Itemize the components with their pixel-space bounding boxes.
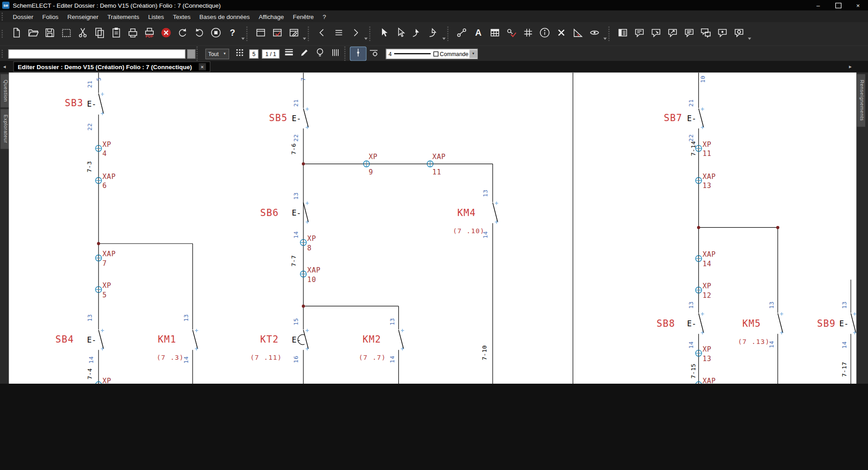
node-check-button[interactable] bbox=[503, 25, 520, 42]
selection-button[interactable] bbox=[58, 25, 75, 42]
tab-scroll-right[interactable]: ► bbox=[846, 64, 855, 69]
line-weights-button[interactable] bbox=[281, 47, 297, 60]
cut-button[interactable] bbox=[75, 25, 91, 42]
schematic-drawing[interactable]: E-E-E-E-E-E-E-E-XP4XAP6XAP7XP5XP6XAP8XP9… bbox=[9, 72, 857, 384]
paste-button[interactable] bbox=[108, 25, 125, 42]
svg-text:21: 21 bbox=[688, 99, 694, 107]
labels-layer[interactable]: SB3SB4KM1SB5SB6KT2KM2KM4SB7SB8KM5SB9KM3K… bbox=[55, 75, 848, 384]
menu-item-dossier[interactable]: Dossier bbox=[8, 11, 38, 21]
annotation-button[interactable] bbox=[631, 25, 648, 42]
toolbar-overflow-icon[interactable] bbox=[604, 38, 607, 40]
hide-eye-button[interactable] bbox=[586, 25, 603, 42]
pointer-swoosh-button[interactable] bbox=[409, 25, 425, 42]
panel-layout-button[interactable] bbox=[614, 25, 631, 42]
window-new-button[interactable] bbox=[252, 25, 269, 42]
side-tab-renseignements[interactable]: Renseignements bbox=[857, 74, 865, 127]
highlight-button[interactable] bbox=[312, 47, 327, 60]
window-edit-button[interactable] bbox=[286, 25, 302, 42]
svg-text:E-: E- bbox=[292, 335, 302, 344]
annotation-pin-button[interactable] bbox=[714, 25, 731, 42]
table-grid-button[interactable] bbox=[486, 25, 503, 42]
toolbar-overflow-icon[interactable] bbox=[364, 38, 368, 40]
svg-text:XAP: XAP bbox=[703, 173, 716, 181]
pointer-filled-button[interactable] bbox=[375, 25, 392, 42]
side-tab-explorateur[interactable]: Explorateur bbox=[0, 109, 9, 149]
svg-text:7-7: 7-7 bbox=[290, 255, 297, 266]
help-button[interactable]: ? bbox=[224, 25, 241, 42]
save-button[interactable] bbox=[42, 25, 58, 42]
maximize-button[interactable] bbox=[828, 0, 848, 10]
nav-prev-button[interactable] bbox=[314, 25, 330, 42]
menu-item-listes[interactable]: Listes bbox=[144, 11, 169, 21]
toolbar-overflow-icon[interactable] bbox=[241, 38, 245, 40]
line-style-combo[interactable]: 4 Commande ▼ bbox=[386, 48, 477, 59]
text-tool-button[interactable]: A bbox=[470, 25, 487, 42]
nav-list-button[interactable] bbox=[330, 25, 347, 42]
columns-button[interactable] bbox=[328, 47, 343, 60]
wire-settings-button[interactable] bbox=[366, 47, 381, 60]
toolbar-overflow-icon[interactable] bbox=[442, 38, 445, 40]
toolbar-main-icons: PDF?A bbox=[8, 25, 752, 42]
menu-item-renseigner[interactable]: Renseigner bbox=[63, 11, 103, 21]
menu-item-folios[interactable]: Folios bbox=[38, 11, 63, 21]
annotation-double-button[interactable] bbox=[698, 25, 714, 42]
window-edit-icon bbox=[288, 27, 299, 40]
command-list-button[interactable] bbox=[187, 49, 195, 58]
pencil-button[interactable] bbox=[297, 47, 312, 60]
stop-circle-button[interactable] bbox=[208, 25, 224, 42]
pencil-icon bbox=[299, 47, 310, 60]
side-tab-question[interactable]: Question bbox=[0, 74, 9, 108]
toolbar-edit-grip bbox=[2, 50, 5, 57]
copy-button[interactable] bbox=[91, 25, 108, 42]
new-file-button[interactable] bbox=[8, 25, 25, 42]
grid-snap-button[interactable] bbox=[232, 47, 247, 60]
connectors-layer[interactable]: XP4XAP6XAP7XP5XP6XAP8XP9XAP11XP8XAP10XP1… bbox=[95, 141, 716, 384]
redo-button[interactable] bbox=[191, 25, 208, 42]
annotation-arrow-icon bbox=[667, 27, 678, 40]
tab-close-icon[interactable]: × bbox=[198, 63, 206, 70]
nav-next-button[interactable] bbox=[347, 25, 364, 42]
toolbar-overflow-icon[interactable] bbox=[748, 38, 751, 40]
annotation-cursor-button[interactable] bbox=[648, 25, 665, 42]
menu-item-affichage[interactable]: Affichage bbox=[254, 11, 288, 21]
menu-item-bases-de-donn-es[interactable]: Bases de données bbox=[195, 11, 254, 21]
menu-item-traitements[interactable]: Traitements bbox=[103, 11, 144, 21]
undo-button[interactable] bbox=[175, 25, 191, 42]
schematic-canvas[interactable]: E-E-E-E-E-E-E-E-XP4XAP6XAP7XP5XP6XAP8XP9… bbox=[9, 72, 857, 384]
line-style-dropdown-button[interactable]: ▼ bbox=[469, 50, 477, 58]
mesh-grid-button[interactable] bbox=[520, 25, 537, 42]
menu-item-fen-tre[interactable]: Fenêtre bbox=[288, 11, 318, 21]
annotation-arrow-button[interactable] bbox=[664, 25, 681, 42]
stop-circle-icon bbox=[210, 27, 221, 40]
menu-item-textes[interactable]: Textes bbox=[169, 11, 195, 21]
info-circle-button[interactable] bbox=[537, 25, 553, 42]
tab-scroll-left[interactable]: ◄ bbox=[0, 64, 9, 69]
command-input[interactable] bbox=[8, 49, 185, 58]
wire-tool-button[interactable] bbox=[350, 47, 366, 60]
filter-combo[interactable]: Tout ▼ bbox=[205, 48, 229, 59]
measure-button[interactable] bbox=[570, 25, 586, 42]
table-grid-icon bbox=[489, 27, 500, 40]
grid-step-value[interactable]: 5 bbox=[249, 49, 259, 58]
tab-active-document[interactable]: Editer Dossier : Demo V15 (Création) Fol… bbox=[13, 61, 210, 72]
menu-item-help[interactable]: ? bbox=[318, 11, 330, 21]
minimize-button[interactable]: – bbox=[808, 0, 828, 10]
pointer-swoosh2-button[interactable] bbox=[425, 25, 442, 42]
contacts-layer[interactable]: E-E-E-E-E-E-E-E- bbox=[87, 93, 856, 351]
pointer-open-button[interactable] bbox=[392, 25, 409, 42]
cancel-button[interactable] bbox=[158, 25, 175, 42]
page-indicator[interactable]: 1 / 1 bbox=[262, 49, 280, 58]
junctions-layer[interactable] bbox=[97, 162, 779, 384]
toolbar-overflow-icon[interactable] bbox=[303, 38, 306, 40]
annotation-settings-button[interactable] bbox=[731, 25, 747, 42]
window-check-button[interactable] bbox=[269, 25, 286, 42]
line-style-label: Commande bbox=[440, 51, 468, 56]
print-button[interactable] bbox=[125, 25, 142, 42]
open-folder-button[interactable] bbox=[25, 25, 42, 42]
new-file-icon bbox=[11, 27, 22, 40]
delete-x-button[interactable] bbox=[553, 25, 570, 42]
annotation-lines-button[interactable] bbox=[681, 25, 698, 42]
link-nodes-button[interactable] bbox=[453, 25, 470, 42]
print-pdf-button[interactable]: PDF bbox=[141, 25, 158, 42]
close-button[interactable]: × bbox=[848, 0, 868, 10]
